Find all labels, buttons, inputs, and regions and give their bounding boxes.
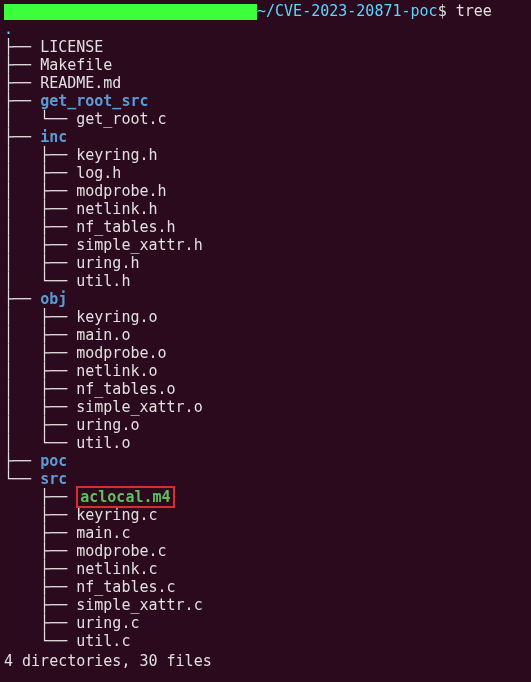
tree-branch: ├── <box>4 524 76 542</box>
tree-line: │ ├── netlink.h <box>4 200 527 218</box>
tree-line: │ ├── simple_xattr.o <box>4 398 527 416</box>
tree-line: │ └── get_root.c <box>4 110 527 128</box>
tree-line: │ └── util.h <box>4 272 527 290</box>
tree-branch: ├── <box>4 596 76 614</box>
tree-line: │ ├── log.h <box>4 164 527 182</box>
file-name: simple_xattr.o <box>76 398 202 416</box>
file-name: util.c <box>76 632 130 650</box>
tree-branch: │ ├── <box>4 326 76 344</box>
tree-summary: 4 directories, 30 files <box>4 652 527 670</box>
tree-line: ├── aclocal.m4 <box>4 488 527 506</box>
tree-branch: ├── <box>4 92 40 110</box>
tree-line: ├── modprobe.c <box>4 542 527 560</box>
file-name: netlink.h <box>76 200 157 218</box>
file-name: log.h <box>76 164 121 182</box>
tree-branch: ├── <box>4 560 76 578</box>
tree-line: │ ├── netlink.o <box>4 362 527 380</box>
tree-line: ├── LICENSE <box>4 38 527 56</box>
file-name: main.o <box>76 326 130 344</box>
tree-line: ├── get_root_src <box>4 92 527 110</box>
tree-line: │ ├── uring.h <box>4 254 527 272</box>
file-name: util.o <box>76 434 130 452</box>
highlighted-file: aclocal.m4 <box>76 486 174 508</box>
tree-root: . <box>4 20 527 38</box>
tree-line: │ ├── simple_xattr.h <box>4 236 527 254</box>
file-name: nf_tables.o <box>76 380 175 398</box>
tree-branch: │ ├── <box>4 218 76 236</box>
tree-line: ├── poc <box>4 452 527 470</box>
file-name: netlink.o <box>76 362 157 380</box>
tree-line: │ ├── modprobe.h <box>4 182 527 200</box>
file-name: README.md <box>40 74 121 92</box>
tree-line: ├── README.md <box>4 74 527 92</box>
tree-branch: │ ├── <box>4 164 76 182</box>
directory-name: inc <box>40 128 67 146</box>
tree-branch: │ └── <box>4 110 76 128</box>
tree-branch: ├── <box>4 614 76 632</box>
file-name: simple_xattr.h <box>76 236 202 254</box>
file-name: Makefile <box>40 56 112 74</box>
file-name: keyring.c <box>76 506 157 524</box>
tree-branch: │ ├── <box>4 200 76 218</box>
file-name: netlink.c <box>76 560 157 578</box>
tree-branch: ├── <box>4 74 40 92</box>
user-host-redacted <box>4 4 257 20</box>
tree-line: │ ├── keyring.h <box>4 146 527 164</box>
tree-line: │ ├── modprobe.o <box>4 344 527 362</box>
tree-branch: ├── <box>4 56 40 74</box>
directory-name: obj <box>40 290 67 308</box>
directory-name: poc <box>40 452 67 470</box>
tree-branch: │ ├── <box>4 344 76 362</box>
file-name: nf_tables.h <box>76 218 175 236</box>
directory-name: get_root_src <box>40 92 148 110</box>
tree-branch: │ ├── <box>4 146 76 164</box>
tree-line: │ ├── nf_tables.o <box>4 380 527 398</box>
tree-output: ├── LICENSE├── Makefile├── README.md├── … <box>4 38 527 650</box>
tree-branch: │ ├── <box>4 254 76 272</box>
file-name: modprobe.c <box>76 542 166 560</box>
tree-line: ├── inc <box>4 128 527 146</box>
tree-line: └── util.c <box>4 632 527 650</box>
tree-branch: ├── <box>4 38 40 56</box>
file-name: util.h <box>76 272 130 290</box>
command-text: tree <box>456 2 492 20</box>
file-name: nf_tables.c <box>76 578 175 596</box>
tree-line: ├── main.c <box>4 524 527 542</box>
tree-branch: │ ├── <box>4 182 76 200</box>
tree-line: ├── simple_xattr.c <box>4 596 527 614</box>
file-name: keyring.o <box>76 308 157 326</box>
tree-line: ├── keyring.c <box>4 506 527 524</box>
tree-line: ├── nf_tables.c <box>4 578 527 596</box>
tree-branch: ├── <box>4 578 76 596</box>
tree-line: │ ├── uring.o <box>4 416 527 434</box>
tree-branch: │ ├── <box>4 416 76 434</box>
tree-line: │ ├── keyring.o <box>4 308 527 326</box>
tree-branch: │ └── <box>4 434 76 452</box>
file-name: modprobe.o <box>76 344 166 362</box>
tree-branch: ├── <box>4 290 40 308</box>
file-name: main.c <box>76 524 130 542</box>
file-name: uring.h <box>76 254 139 272</box>
tree-branch: └── <box>4 632 76 650</box>
file-name: uring.o <box>76 416 139 434</box>
tree-line: ├── uring.c <box>4 614 527 632</box>
tree-line: ├── obj <box>4 290 527 308</box>
tree-branch: │ ├── <box>4 308 76 326</box>
tree-branch: ├── <box>4 506 76 524</box>
file-name: keyring.h <box>76 146 157 164</box>
tree-line: │ └── util.o <box>4 434 527 452</box>
tree-branch: ├── <box>4 488 76 506</box>
file-name: modprobe.h <box>76 182 166 200</box>
tree-branch: │ ├── <box>4 362 76 380</box>
tree-branch: │ └── <box>4 272 76 290</box>
file-name: simple_xattr.c <box>76 596 202 614</box>
tree-branch: ├── <box>4 128 40 146</box>
file-name: uring.c <box>76 614 139 632</box>
tree-branch: ├── <box>4 542 76 560</box>
tree-line: ├── Makefile <box>4 56 527 74</box>
file-name: LICENSE <box>40 38 103 56</box>
tree-line: │ ├── nf_tables.h <box>4 218 527 236</box>
tree-branch: │ ├── <box>4 236 76 254</box>
prompt-symbol: $ <box>438 2 447 20</box>
cwd-path: ~/CVE-2023-20871-poc <box>257 2 438 20</box>
